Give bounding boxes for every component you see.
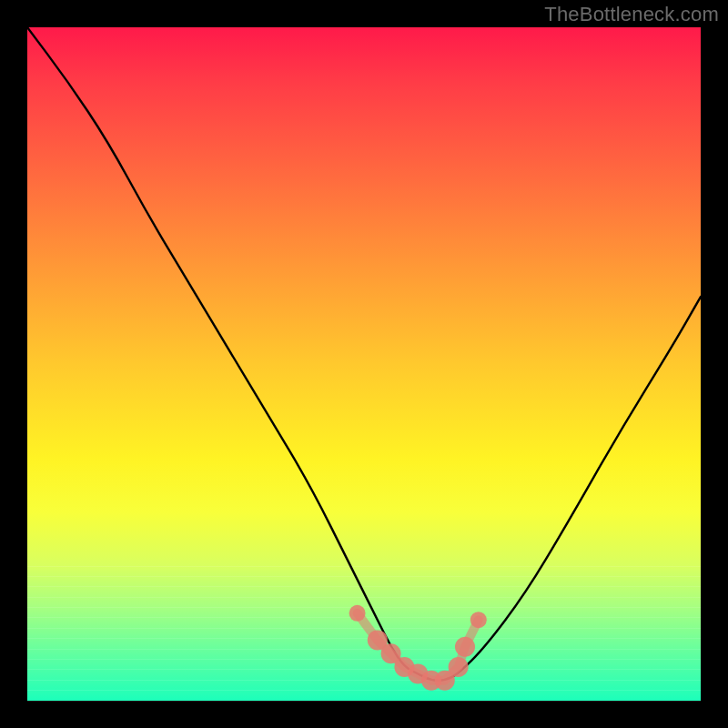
min-region-markers [349,605,487,691]
watermark-text: TheBottleneck.com [544,3,719,26]
chart-svg [27,27,701,701]
frame: TheBottleneck.com [0,0,728,728]
marker-dot [349,605,366,622]
marker-dot [455,637,475,657]
bottleneck-curve [27,27,701,681]
marker-dot [449,657,469,677]
plot-area [27,27,701,701]
marker-dot [470,612,487,628]
